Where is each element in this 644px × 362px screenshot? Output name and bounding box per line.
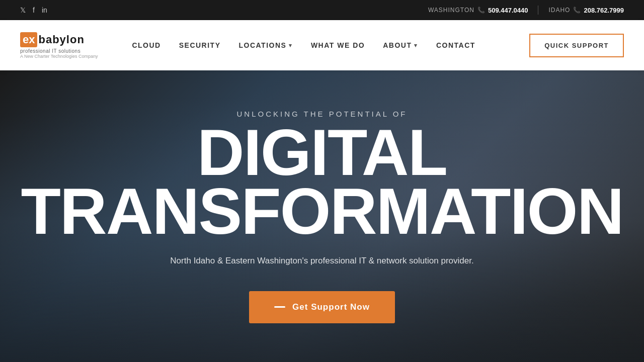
social-links: 𝕏 f in: [20, 6, 47, 14]
nav-whatwedo-label: WHAT WE DO: [311, 41, 365, 49]
get-support-button[interactable]: Get Support Now: [249, 291, 395, 323]
logo-babylon: babylon: [38, 33, 84, 46]
hero-title: DIGITAL TRANSFORMATION: [20, 123, 624, 241]
washington-phone[interactable]: 509.447.0440: [488, 7, 528, 14]
idaho-contact: IDAHO 📞 208.762.7999: [548, 7, 624, 14]
washington-label: WASHINGTON: [428, 7, 474, 14]
nav-contact-label: CONTACT: [436, 41, 475, 49]
logo-tagline: professional IT solutions: [20, 48, 98, 54]
washington-contact: WASHINGTON 📞 509.447.0440: [428, 7, 528, 14]
idaho-phone[interactable]: 208.762.7999: [584, 7, 624, 14]
hero-title-line2: TRANSFORMATION: [21, 174, 623, 248]
nav-item-cloud[interactable]: CLOUD: [123, 20, 170, 70]
twitter-icon[interactable]: 𝕏: [20, 6, 26, 14]
logo[interactable]: ex babylon professional IT solutions A N…: [20, 32, 98, 59]
phone-icon-wa: 📞: [477, 7, 485, 14]
nav-locations-label: LOCATIONS: [239, 41, 287, 49]
top-bar: 𝕏 f in WASHINGTON 📞 509.447.0440 IDAHO 📞…: [0, 0, 644, 20]
phone-icon-id: 📞: [573, 7, 581, 14]
nav-security-label: SECURITY: [179, 41, 221, 49]
facebook-icon[interactable]: f: [33, 6, 35, 14]
nav-item-security[interactable]: SECURITY: [170, 20, 230, 70]
nav-item-what-we-do[interactable]: WHAT WE DO: [302, 20, 374, 70]
chevron-down-icon: ▾: [289, 42, 293, 49]
nav-about-label: ABOUT: [383, 41, 412, 49]
hero-description: North Idaho & Eastern Washington's profe…: [20, 256, 624, 266]
quick-support-button[interactable]: QUICK SUPPORT: [529, 34, 624, 57]
navbar: ex babylon professional IT solutions A N…: [0, 20, 644, 70]
contact-info: WASHINGTON 📞 509.447.0440 IDAHO 📞 208.76…: [428, 6, 624, 15]
nav-item-locations[interactable]: LOCATIONS ▾: [230, 20, 302, 70]
logo-charter: A New Charter Technologies Company: [20, 54, 98, 59]
divider: [538, 6, 538, 15]
hero-section: UNLOCKING THE POTENTIAL OF DIGITAL TRANS…: [0, 70, 644, 362]
cta-label: Get Support Now: [292, 302, 370, 312]
nav-links: CLOUD SECURITY LOCATIONS ▾ WHAT WE DO AB…: [123, 20, 529, 70]
nav-item-contact[interactable]: CONTACT: [427, 20, 485, 70]
linkedin-icon[interactable]: in: [42, 6, 47, 14]
chevron-down-icon-about: ▾: [414, 42, 418, 49]
idaho-label: IDAHO: [548, 7, 570, 14]
logo-ex: ex: [20, 32, 37, 47]
hero-content: UNLOCKING THE POTENTIAL OF DIGITAL TRANS…: [0, 110, 644, 323]
dash-icon: [274, 306, 285, 308]
nav-cloud-label: CLOUD: [132, 41, 160, 49]
nav-item-about[interactable]: ABOUT ▾: [374, 20, 427, 70]
